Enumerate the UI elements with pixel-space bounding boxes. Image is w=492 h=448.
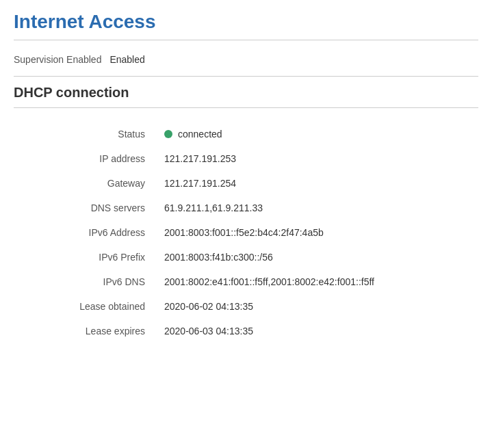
status-dot-icon bbox=[164, 130, 172, 138]
table-row: Gateway121.217.191.254 bbox=[14, 171, 478, 196]
table-row: IPv6 DNS2001:8002:e41:f001::f5ff,2001:80… bbox=[14, 269, 478, 294]
field-value: 121.217.191.254 bbox=[151, 171, 478, 196]
page-title: Internet Access bbox=[14, 11, 478, 33]
field-label: IPv6 Address bbox=[14, 220, 151, 245]
field-value: connected bbox=[151, 122, 478, 146]
table-row: DNS servers61.9.211.1,61.9.211.33 bbox=[14, 196, 478, 220]
field-label: Status bbox=[14, 122, 151, 146]
table-row: IPv6 Address2001:8003:f001::f5e2:b4c4:2f… bbox=[14, 220, 478, 245]
supervision-label: Supervision Enabled bbox=[14, 54, 101, 65]
field-value: 2001:8003:f001::f5e2:b4c4:2f47:4a5b bbox=[151, 220, 478, 245]
status-row: connected bbox=[164, 129, 473, 140]
dhcp-info-table: StatusconnectedIP address121.217.191.253… bbox=[14, 122, 478, 343]
table-row: IPv6 Prefix2001:8003:f41b:c300::/56 bbox=[14, 245, 478, 269]
field-label: IPv6 Prefix bbox=[14, 245, 151, 269]
supervision-divider bbox=[14, 76, 478, 77]
page-container: Internet Access Supervision Enabled Enab… bbox=[0, 0, 492, 354]
field-value: 2020-06-03 04:13:35 bbox=[151, 319, 478, 343]
field-value: 61.9.211.1,61.9.211.33 bbox=[151, 196, 478, 220]
field-label: DNS servers bbox=[14, 196, 151, 220]
table-row: Lease expires2020-06-03 04:13:35 bbox=[14, 319, 478, 343]
dhcp-divider bbox=[14, 107, 478, 108]
field-value: 2020-06-02 04:13:35 bbox=[151, 294, 478, 319]
table-row: Lease obtained2020-06-02 04:13:35 bbox=[14, 294, 478, 319]
table-row: IP address121.217.191.253 bbox=[14, 146, 478, 171]
field-value: 2001:8003:f41b:c300::/56 bbox=[151, 245, 478, 269]
field-value: 2001:8002:e41:f001::f5ff,2001:8002:e42:f… bbox=[151, 269, 478, 294]
supervision-row: Supervision Enabled Enabled bbox=[14, 49, 478, 70]
title-divider bbox=[14, 40, 478, 40]
dhcp-section-title: DHCP connection bbox=[14, 85, 478, 101]
status-text: connected bbox=[178, 129, 222, 140]
field-label: Lease expires bbox=[14, 319, 151, 343]
field-label: Lease obtained bbox=[14, 294, 151, 319]
field-value: 121.217.191.253 bbox=[151, 146, 478, 171]
supervision-value: Enabled bbox=[109, 54, 144, 65]
field-label: IP address bbox=[14, 146, 151, 171]
table-row: Statusconnected bbox=[14, 122, 478, 146]
field-label: Gateway bbox=[14, 171, 151, 196]
field-label: IPv6 DNS bbox=[14, 269, 151, 294]
